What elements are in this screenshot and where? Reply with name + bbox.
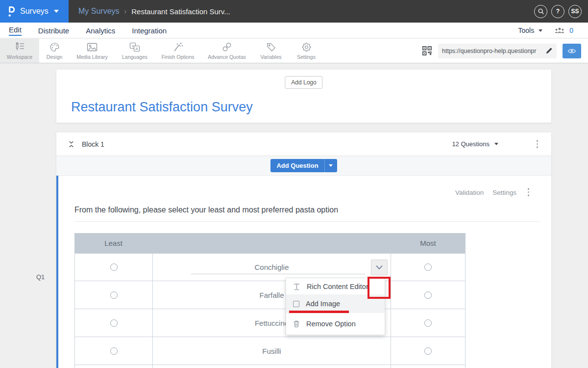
option-input-underline (191, 274, 365, 274)
avatar[interactable]: SS (568, 5, 582, 18)
svg-text:x: x (132, 44, 134, 48)
search-button[interactable] (534, 5, 547, 18)
survey-editor-canvas: Add Logo Restaurant Satisfaction Survey … (0, 64, 588, 368)
variables-icon (266, 42, 277, 53)
top-navigation-bar: Surveys My Surveys › Restaurant Satisfac… (0, 0, 588, 23)
toolbar-item-media-library[interactable]: Media Library (70, 39, 115, 63)
divider (74, 221, 539, 222)
breadcrumb-my-surveys[interactable]: My Surveys (78, 7, 120, 16)
questionpro-logo-icon (7, 5, 16, 18)
survey-toolbar: Workspace Design Media Library x A (0, 39, 588, 63)
survey-header-card: Add Logo Restaurant Satisfaction Survey (56, 70, 551, 123)
menu-item-rich-content-editor[interactable]: Rich Content Editor (286, 278, 385, 294)
tabs: Edit Distribute Analytics Integration (9, 23, 167, 38)
toolbar-item-settings[interactable]: Settings (289, 39, 323, 63)
search-icon (538, 8, 544, 15)
survey-url-field[interactable] (438, 44, 557, 58)
radio-least-option-2[interactable] (110, 291, 118, 299)
question-menu-kebab-icon[interactable] (528, 188, 530, 196)
block-menu-kebab-icon[interactable] (537, 140, 539, 148)
toolbar-item-variables[interactable]: Variables (253, 39, 289, 63)
tab-distribute[interactable]: Distribute (38, 26, 69, 35)
block-title[interactable]: Block 1 (82, 140, 104, 148)
section-tab-bar: Edit Distribute Analytics Integration To… (0, 23, 588, 38)
preview-survey-button[interactable] (563, 44, 581, 58)
tab-analytics[interactable]: Analytics (86, 26, 115, 35)
radio-least-option-4[interactable] (110, 347, 118, 355)
radio-most-option-4[interactable] (424, 347, 432, 355)
table-row: Conchiglie (74, 253, 466, 281)
table-row (74, 365, 466, 368)
collapse-block-icon[interactable] (68, 140, 75, 148)
option-label[interactable]: Farfalle (259, 291, 284, 299)
rich-content-editor-icon (293, 283, 300, 290)
svg-text:A: A (135, 47, 138, 51)
menu-item-remove-option[interactable]: Remove Option (286, 313, 385, 335)
block-header: Block 1 12 Questions (56, 132, 551, 156)
add-image-icon (293, 301, 299, 307)
option-actions-dropdown-button[interactable] (371, 260, 388, 275)
edit-url-pencil-icon[interactable] (545, 47, 553, 54)
product-switcher[interactable]: Surveys (0, 0, 69, 23)
option-label[interactable]: Fettuccine (255, 319, 289, 327)
languages-icon: x A (129, 42, 141, 53)
radio-most-option-3[interactable] (424, 319, 432, 327)
settings-icon (301, 42, 312, 53)
toolbar-item-advance-quotas[interactable]: Advance Quotas (201, 39, 253, 63)
tools-dropdown[interactable]: Tools (518, 26, 543, 34)
finish-options-icon (172, 42, 184, 53)
matrix-table: Least Most Conchiglie (74, 233, 466, 368)
radio-least-option-3[interactable] (110, 319, 118, 327)
help-button[interactable]: ? (551, 5, 564, 18)
add-question-dropdown-toggle[interactable] (324, 159, 337, 172)
toolbar-item-finish-options[interactable]: Finish Options (155, 39, 201, 63)
collaborators[interactable]: 0 (554, 26, 573, 34)
topbar-actions: ? SS (534, 0, 582, 23)
matrix-header-least: Least (74, 233, 152, 253)
toolbar-item-workspace[interactable]: Workspace (0, 39, 39, 63)
radio-least-option-1[interactable] (110, 263, 118, 271)
add-question-button[interactable]: Add Question (270, 159, 324, 172)
matrix-header-row: Least Most (74, 233, 466, 253)
design-icon (49, 42, 60, 53)
collaborators-icon (554, 26, 565, 34)
tab-integration[interactable]: Integration (132, 26, 167, 35)
option-label[interactable]: Fusilli (262, 347, 281, 355)
radio-most-option-1[interactable] (424, 263, 432, 271)
tab-edit[interactable]: Edit (9, 26, 22, 36)
menu-item-add-image[interactable]: Add Image (286, 294, 385, 313)
remove-option-trash-icon (293, 320, 300, 328)
help-icon: ? (556, 8, 560, 15)
add-question-split-button[interactable]: Add Question (270, 159, 337, 172)
radio-most-option-2[interactable] (424, 291, 432, 299)
breadcrumb-current-survey: Restaurant Satisfaction Surv... (131, 7, 230, 16)
option-label[interactable]: Conchiglie (254, 263, 289, 271)
toolbar-item-design[interactable]: Design (39, 39, 70, 63)
table-row: Fusilli (74, 337, 466, 365)
chevron-down-icon (329, 164, 333, 167)
survey-url-input[interactable] (442, 48, 545, 54)
qr-code-icon[interactable] (422, 46, 432, 56)
avatar-initials: SS (571, 8, 579, 15)
matrix-header-most: Most (391, 233, 466, 253)
collaborators-count: 0 (569, 26, 573, 34)
chevron-down-icon (494, 143, 498, 145)
survey-title[interactable]: Restaurant Satisfaction Survey (71, 100, 253, 115)
workspace-icon (14, 42, 25, 53)
tools-label: Tools (518, 26, 535, 34)
chevron-down-icon (539, 29, 542, 32)
questions-count-dropdown[interactable]: 12 Questions (452, 140, 498, 148)
toolbar-item-languages[interactable]: x A Languages (115, 39, 155, 63)
breadcrumb-separator: › (124, 7, 127, 15)
settings-link[interactable]: Settings (492, 189, 516, 196)
advance-quotas-icon (221, 42, 233, 53)
eye-icon (567, 48, 576, 54)
question-number-label: Q1 (36, 273, 45, 281)
tabbar-right-actions: Tools 0 (518, 23, 573, 38)
chevron-down-icon (54, 10, 59, 13)
question-text[interactable]: From the following, please select your l… (74, 206, 338, 214)
product-name: Surveys (20, 7, 49, 16)
validation-link[interactable]: Validation (455, 189, 484, 196)
block-card: Block 1 12 Questions Add Question Valida… (56, 132, 551, 368)
add-logo-button[interactable]: Add Logo (285, 76, 322, 89)
